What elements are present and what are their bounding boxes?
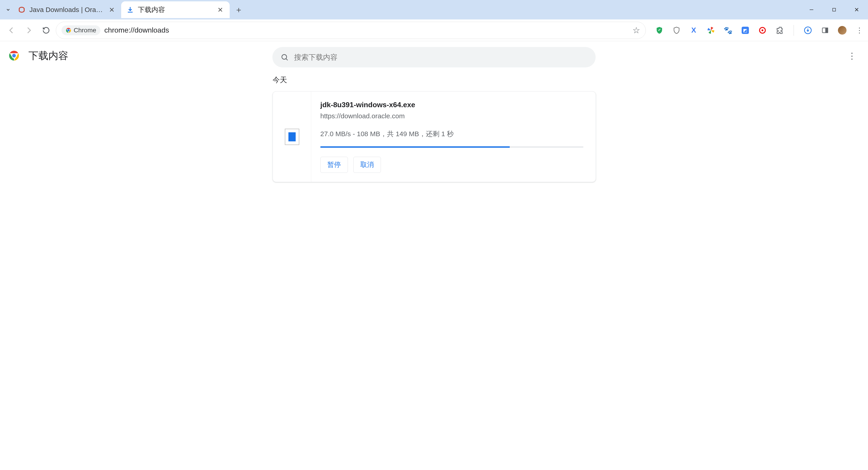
toolbar: Chrome chrome://downloads ☆ X 🐾 ◩ ⋮ (0, 20, 868, 41)
downloads-indicator-icon[interactable] (803, 26, 812, 35)
tab-downloads[interactable]: 下载内容 ✕ (121, 1, 230, 18)
file-thumbnail (273, 92, 311, 182)
extension-square-blue-icon[interactable]: ◩ (741, 26, 750, 35)
progress-fill (320, 146, 510, 148)
extensions-puzzle-icon[interactable] (775, 26, 784, 35)
progress-bar (320, 146, 583, 148)
extension-shield-grey-icon[interactable] (672, 26, 681, 35)
oracle-favicon-icon (18, 6, 25, 13)
download-filename[interactable]: jdk-8u391-windows-x64.exe (320, 101, 583, 109)
profile-avatar-icon[interactable] (838, 26, 847, 35)
close-tab-icon[interactable]: ✕ (216, 6, 224, 14)
browser-menu-icon[interactable]: ⋮ (855, 26, 864, 35)
search-downloads[interactable] (272, 47, 596, 67)
extension-icons: X 🐾 ◩ ⋮ (655, 25, 864, 36)
maximize-button[interactable] (823, 0, 845, 20)
url-text: chrome://downloads (104, 26, 169, 34)
chip-label: Chrome (74, 27, 96, 34)
bookmark-star-icon[interactable]: ☆ (632, 25, 640, 35)
tab-title: 下载内容 (138, 5, 212, 14)
tab-title: Java Downloads | Oracle (29, 6, 103, 13)
chrome-logo-icon (8, 50, 20, 61)
omnibox[interactable]: Chrome chrome://downloads ☆ (56, 22, 646, 39)
extension-paw-icon[interactable]: 🐾 (723, 26, 733, 35)
search-input[interactable] (294, 53, 587, 61)
extension-pinwheel-icon[interactable] (706, 26, 715, 35)
download-favicon-icon (127, 6, 134, 13)
minimize-button[interactable] (800, 0, 823, 20)
page-title: 下载内容 (29, 49, 68, 62)
svg-line-12 (286, 59, 288, 60)
reload-button[interactable] (39, 22, 54, 38)
svg-point-11 (282, 55, 287, 59)
svg-point-2 (67, 29, 70, 31)
download-status: 27.0 MB/s - 108 MB，共 149 MB，还剩 1 秒 (320, 129, 583, 139)
forward-button[interactable] (21, 22, 36, 38)
window-controls: ✕ (800, 0, 868, 20)
tab-java-downloads[interactable]: Java Downloads | Oracle ✕ (13, 1, 121, 18)
tab-strip: Java Downloads | Oracle ✕ 下载内容 ✕ ＋ ✕ (0, 0, 868, 20)
side-panel-icon[interactable] (820, 26, 830, 35)
svg-point-4 (762, 29, 764, 31)
extension-circle-red-icon[interactable] (758, 26, 767, 35)
svg-rect-1 (833, 8, 836, 11)
svg-rect-8 (826, 28, 828, 33)
download-source[interactable]: https://download.oracle.com (320, 112, 583, 120)
toolbar-divider (794, 25, 794, 36)
site-chip[interactable]: Chrome (61, 25, 100, 35)
close-tab-icon[interactable]: ✕ (107, 6, 116, 14)
installer-icon (285, 129, 299, 145)
extension-shield-green-icon[interactable] (655, 26, 664, 35)
close-window-button[interactable]: ✕ (845, 0, 868, 20)
new-tab-button[interactable]: ＋ (232, 3, 246, 17)
download-card: jdk-8u391-windows-x64.exe https://downlo… (273, 91, 596, 182)
downloads-page: 下载内容 ⋮ 今天 jdk-8u391-windows-x64.exe http… (0, 41, 868, 470)
cancel-button[interactable]: 取消 (353, 157, 381, 173)
section-today-label: 今天 (273, 75, 868, 85)
search-icon (281, 53, 289, 61)
pause-button[interactable]: 暂停 (320, 157, 348, 173)
extension-x-icon[interactable]: X (689, 26, 698, 35)
back-button[interactable] (4, 22, 19, 38)
page-menu-icon[interactable]: ⋮ (848, 51, 856, 61)
tab-search-caret[interactable] (4, 0, 13, 20)
